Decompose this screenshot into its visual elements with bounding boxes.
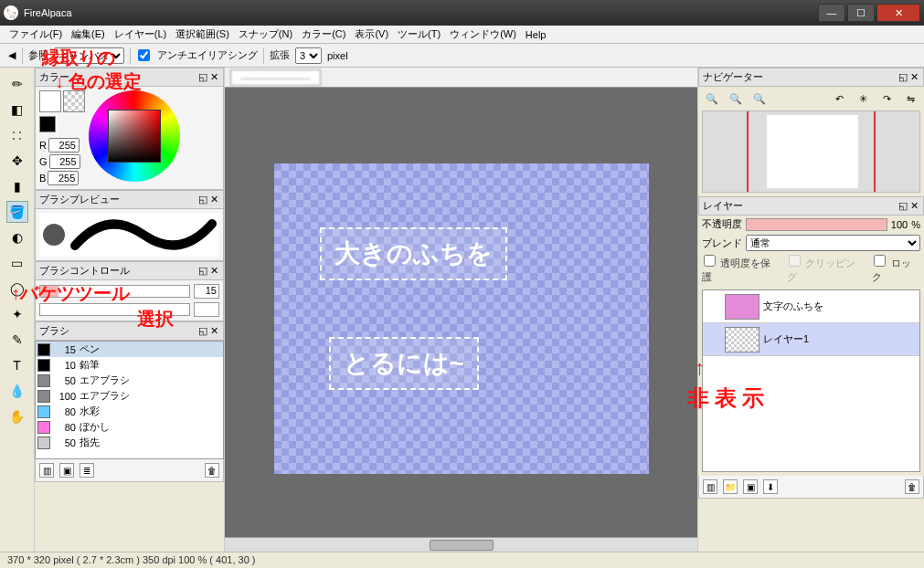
undock-icon[interactable]: ◱ — [897, 200, 908, 212]
brush-opacity-slider[interactable] — [39, 303, 190, 316]
eraser-tool[interactable]: ◧ — [6, 99, 28, 121]
undock-icon[interactable]: ◱ — [197, 71, 208, 83]
zoom-in-icon[interactable]: 🔍 — [704, 90, 720, 107]
zoom-out-icon[interactable]: 🔍 — [728, 90, 744, 107]
zoom-fit-icon[interactable]: 🔍 — [751, 90, 768, 107]
brush-tip-icon — [43, 224, 65, 246]
collapse-left-icon[interactable]: ◀ — [7, 49, 16, 61]
brush-size-value[interactable]: 15 — [194, 284, 219, 299]
close-panel-icon[interactable]: ✕ — [208, 194, 219, 205]
close-button[interactable]: ✕ — [876, 4, 920, 22]
right-panels: ナビゲーター ◱✕ 🔍 🔍 🔍 ↶ ✳ ↷ ⇋ レイヤー ◱✕ 不透明度 100… — [697, 68, 924, 552]
navigator-title: ナビゲーター — [703, 70, 763, 84]
ref-select[interactable]: キャンバス — [54, 47, 124, 64]
menu-select[interactable]: 選択範囲(S) — [172, 26, 233, 43]
expand-unit: pixel — [327, 50, 348, 61]
app-icon: 🦙 — [4, 5, 18, 20]
brush-row[interactable]: 10鉛筆 — [36, 357, 223, 373]
g-label: G — [39, 156, 48, 167]
expand-select[interactable]: 3 — [295, 47, 322, 64]
text-tool[interactable]: T — [6, 354, 28, 376]
dup-layer-button[interactable]: ▣ — [743, 479, 758, 494]
delete-brush-button[interactable]: 🗑 — [205, 463, 219, 478]
new-layer-button[interactable]: ▥ — [703, 479, 717, 494]
brush-row[interactable]: 50指先 — [36, 435, 223, 450]
gradient-tool[interactable]: ◐ — [6, 226, 28, 248]
minimize-button[interactable]: — — [818, 4, 845, 22]
fill-tool[interactable]: ▮ — [6, 175, 28, 197]
close-panel-icon[interactable]: ✕ — [908, 200, 919, 212]
menu-layer[interactable]: レイヤー(L) — [111, 26, 170, 43]
close-panel-icon[interactable]: ✕ — [208, 265, 219, 277]
brush-row[interactable]: 15ペン — [36, 342, 223, 357]
undock-icon[interactable]: ◱ — [197, 194, 208, 205]
merge-layer-button[interactable]: ⬇ — [763, 479, 778, 494]
layer-list[interactable]: 文字のふちをレイヤー1 — [702, 289, 920, 472]
lock-checkbox[interactable] — [874, 255, 886, 267]
hand-tool[interactable]: ✋ — [6, 405, 28, 427]
current-swatch[interactable] — [39, 116, 56, 132]
color-wheel[interactable] — [89, 90, 180, 182]
brush-opacity-value[interactable] — [194, 302, 219, 317]
background-swatch[interactable] — [63, 90, 85, 112]
brush-row[interactable]: 50エアブラシ — [36, 373, 223, 388]
horizontal-scrollbar[interactable] — [225, 537, 697, 552]
g-input[interactable] — [49, 154, 80, 169]
undock-icon[interactable]: ◱ — [897, 71, 908, 83]
antialias-checkbox[interactable] — [138, 49, 150, 61]
delete-layer-button[interactable]: 🗑 — [905, 479, 919, 494]
undock-icon[interactable]: ◱ — [197, 325, 208, 337]
menu-help[interactable]: Help — [522, 27, 550, 42]
brush-settings-button[interactable]: ≣ — [80, 463, 94, 478]
lasso-tool[interactable]: ◯ — [6, 278, 28, 300]
rotate-cw-icon[interactable]: ↷ — [878, 90, 895, 107]
menu-view[interactable]: 表示(V) — [351, 26, 392, 43]
b-input[interactable] — [48, 171, 79, 185]
undock-icon[interactable]: ◱ — [197, 265, 208, 277]
rotate-reset-icon[interactable]: ✳ — [855, 90, 871, 107]
close-panel-icon[interactable]: ✕ — [908, 71, 919, 83]
add-brush-button[interactable]: ▥ — [39, 463, 54, 478]
move-tool[interactable]: ✥ — [6, 150, 28, 172]
pen-select-tool[interactable]: ✎ — [6, 329, 28, 351]
dot-tool[interactable]: ⸬ — [6, 124, 28, 146]
brush-tool[interactable]: ✏ — [6, 73, 28, 95]
layer-row[interactable]: レイヤー1 — [703, 323, 919, 356]
close-panel-icon[interactable]: ✕ — [208, 325, 219, 337]
menu-file[interactable]: ファイル(F) — [5, 26, 66, 43]
clipping-checkbox — [789, 255, 801, 267]
brush-list[interactable]: 15ペン10鉛筆50エアブラシ100エアブラシ80水彩80ぼかし50指先 — [35, 341, 224, 459]
dup-brush-button[interactable]: ▣ — [59, 463, 74, 478]
eyedropper-tool[interactable]: 💧 — [6, 380, 28, 402]
rotate-ccw-icon[interactable]: ↶ — [831, 90, 847, 107]
maximize-button[interactable]: ☐ — [847, 4, 875, 22]
title-bar: 🦙 FireAlpaca — ☐ ✕ — [0, 0, 924, 26]
left-panels: カラー ◱✕ R G B ブラシプレビュー ◱✕ — [35, 68, 225, 552]
blend-select[interactable]: 通常 — [746, 235, 920, 251]
bucket-tool[interactable]: 🪣 — [6, 201, 28, 223]
document-tab[interactable]: ——————— — [230, 69, 321, 86]
layer-opacity-slider[interactable] — [746, 218, 887, 231]
canvas[interactable]: 大きのふちを とるには~ — [274, 163, 649, 474]
opacity-value: 100 — [891, 219, 908, 230]
protect-alpha-checkbox[interactable] — [704, 255, 716, 267]
brush-size-slider[interactable] — [39, 285, 190, 298]
menu-snap[interactable]: スナップ(N) — [235, 26, 296, 43]
menu-tool[interactable]: ツール(T) — [394, 26, 444, 43]
brush-row[interactable]: 80水彩 — [36, 404, 223, 419]
wand-tool[interactable]: ✦ — [6, 303, 28, 325]
r-input[interactable] — [48, 138, 80, 153]
menu-window[interactable]: ウィンドウ(W) — [446, 26, 520, 43]
menu-color[interactable]: カラー(C) — [298, 26, 349, 43]
brush-control-header: ブラシコントロール ◱✕ — [35, 261, 224, 280]
layer-row[interactable]: 文字のふちを — [703, 290, 919, 323]
flip-icon[interactable]: ⇋ — [902, 90, 919, 107]
brush-row[interactable]: 100エアブラシ — [36, 388, 223, 404]
navigator-preview[interactable] — [702, 110, 920, 193]
select-rect-tool[interactable]: ▭ — [6, 252, 28, 274]
close-panel-icon[interactable]: ✕ — [208, 71, 219, 83]
brush-row[interactable]: 80ぼかし — [36, 419, 223, 435]
menu-edit[interactable]: 編集(E) — [68, 26, 109, 43]
new-folder-button[interactable]: 📁 — [723, 479, 738, 494]
foreground-swatch[interactable] — [39, 90, 61, 112]
